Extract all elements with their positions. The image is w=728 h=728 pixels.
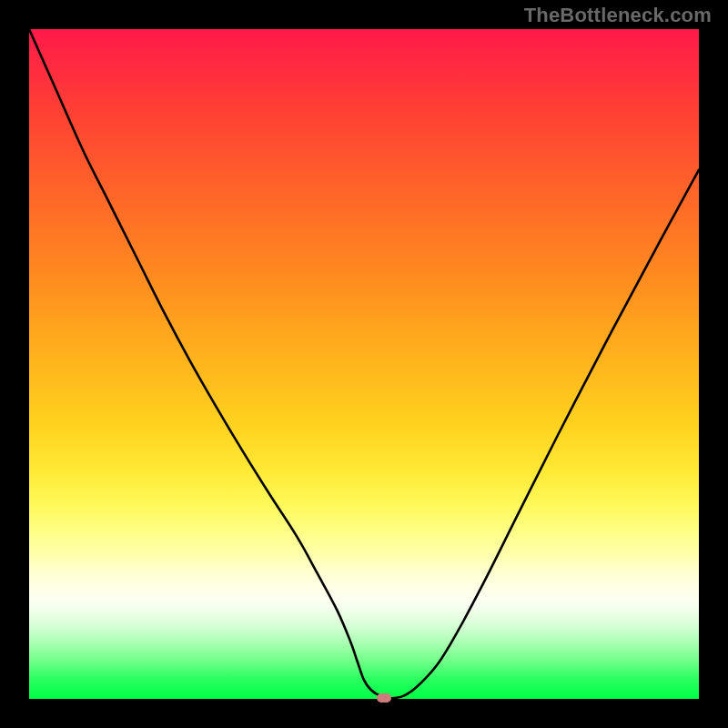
chart-frame: TheBottleneck.com [0,0,728,728]
watermark-text: TheBottleneck.com [524,4,712,27]
optimum-marker [377,693,391,703]
plot-area [29,29,699,699]
bottleneck-curve [29,29,699,699]
